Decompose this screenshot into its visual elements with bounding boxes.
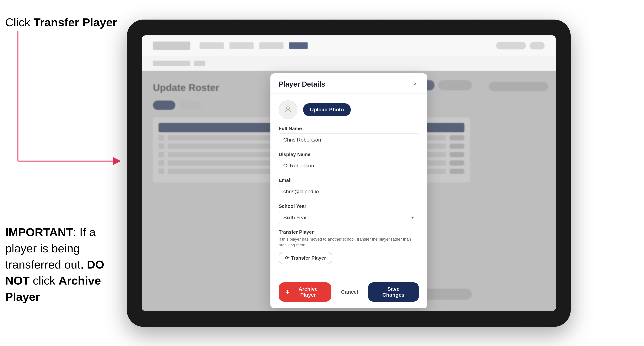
- nav-item-3: [259, 42, 284, 49]
- nav-item-1: [200, 42, 224, 49]
- transfer-player-description: If this player has moved to another scho…: [279, 236, 419, 248]
- nav-item-2: [230, 42, 254, 49]
- school-year-label: School Year: [279, 203, 419, 209]
- header-btn-2: [530, 42, 544, 49]
- modal-title: Player Details: [279, 80, 325, 88]
- transfer-player-label: Transfer Player: [279, 229, 419, 235]
- sub-header: [142, 56, 556, 71]
- player-details-modal: Player Details ×: [270, 73, 427, 308]
- archive-player-button-label: Archive Player: [292, 286, 325, 298]
- display-name-label: Display Name: [279, 152, 419, 157]
- full-name-group: Full Name: [279, 126, 419, 146]
- modal-overlay: Player Details ×: [142, 71, 556, 311]
- important-label: IMPORTANT: [5, 226, 73, 239]
- email-group: Email: [279, 177, 419, 198]
- modal-header: Player Details ×: [270, 73, 427, 94]
- tablet-device: Update Roster: [127, 19, 571, 327]
- tablet-screen: Update Roster: [142, 35, 556, 311]
- header-btn-1: [496, 42, 526, 49]
- breadcrumb-1: [153, 61, 190, 66]
- close-icon: ×: [413, 81, 416, 87]
- breadcrumb-separator: [194, 61, 205, 66]
- nav-items: [200, 42, 308, 49]
- school-year-group: School Year Sixth Year First Year Second…: [279, 203, 419, 224]
- modal-body: Upload Photo Full Name Display Name: [270, 94, 427, 278]
- full-name-input[interactable]: [279, 133, 419, 146]
- modal-close-button[interactable]: ×: [411, 80, 419, 88]
- avatar: [279, 100, 297, 119]
- app-header: [142, 35, 556, 56]
- header-right: [496, 42, 544, 49]
- modal-footer: ⬇ Archive Player Cancel Save Changes: [270, 278, 427, 308]
- display-name-input[interactable]: [279, 159, 419, 172]
- email-label: Email: [279, 177, 419, 183]
- svg-marker-2: [114, 157, 121, 165]
- svg-point-3: [286, 107, 290, 110]
- instruction-bottom: IMPORTANT: If a player is being transfer…: [5, 224, 117, 305]
- app-logo: [153, 41, 190, 50]
- content-area: Update Roster: [142, 71, 556, 311]
- school-year-select[interactable]: Sixth Year First Year Second Year Third …: [279, 211, 419, 224]
- nav-item-active: [289, 42, 308, 49]
- transfer-icon: ⟳: [285, 255, 289, 261]
- full-name-label: Full Name: [279, 126, 419, 132]
- app-background: Update Roster: [142, 35, 556, 311]
- photo-row: Upload Photo: [279, 100, 419, 119]
- instruction-transfer-bold: Transfer Player: [34, 16, 117, 29]
- display-name-group: Display Name: [279, 152, 419, 172]
- upload-photo-button[interactable]: Upload Photo: [303, 103, 351, 116]
- instruction-top: Click Transfer Player: [5, 15, 117, 30]
- save-changes-button[interactable]: Save Changes: [368, 282, 419, 302]
- transfer-player-button[interactable]: ⟳ Transfer Player: [279, 252, 332, 264]
- cancel-button[interactable]: Cancel: [336, 285, 364, 299]
- archive-icon: ⬇: [285, 289, 290, 295]
- transfer-player-section: Transfer Player If this player has moved…: [279, 229, 419, 264]
- annotation-arrow: [5, 19, 123, 174]
- email-input[interactable]: [279, 185, 419, 198]
- transfer-player-button-label: Transfer Player: [291, 255, 326, 261]
- archive-player-button[interactable]: ⬇ Archive Player: [279, 282, 332, 302]
